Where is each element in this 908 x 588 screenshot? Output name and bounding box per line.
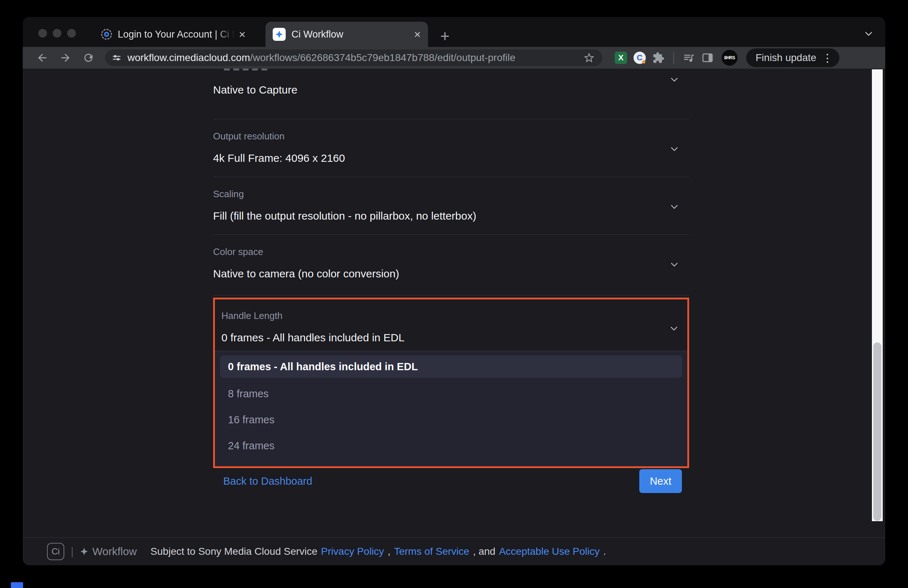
chevron-down-icon (671, 202, 678, 209)
browser-toolbar: workflow.cimediacloud.com/workflows/6626… (23, 47, 885, 69)
close-window-button[interactable] (38, 29, 47, 37)
profile-avatar[interactable]: 8HRS (722, 50, 737, 66)
highlight-box: Handle Length 0 frames - All handles inc… (213, 298, 689, 468)
tab-title: Login to Your Account | Ci Me (118, 29, 237, 40)
chevron-down-icon (670, 324, 678, 331)
clipped-field-label (224, 69, 267, 71)
tab-title: Ci Workflow (291, 29, 412, 40)
desktop-background: Login to Your Account | Ci Me × Ci Workf… (0, 0, 908, 588)
brand-label: Workflow (92, 545, 137, 557)
ci-login-favicon-icon (101, 29, 112, 40)
tab-search-button[interactable] (861, 26, 876, 41)
field-output-resolution[interactable]: Output resolution 4k Full Frame: 4096 x … (213, 119, 689, 177)
dropdown-option-24-frames[interactable]: 24 frames (220, 433, 682, 459)
sparkle-icon (79, 547, 89, 556)
field-handle-length[interactable]: Handle Length 0 frames - All handles inc… (215, 300, 687, 351)
forward-button[interactable] (55, 48, 76, 67)
tab-strip: Login to Your Account | Ci Me × Ci Workf… (23, 17, 885, 47)
footer-divider: | (71, 545, 74, 557)
handle-length-dropdown: 0 frames - All handles included in EDL 8… (215, 351, 687, 466)
ci-extension-icon[interactable]: C (634, 52, 646, 64)
workflow-brand: Workflow (79, 545, 137, 557)
scrollbar-track[interactable] (872, 69, 883, 521)
extensions-puzzle-icon[interactable] (652, 52, 665, 64)
kebab-menu-icon[interactable]: ⋮ (822, 52, 833, 64)
back-button[interactable] (32, 48, 52, 67)
field-value: 0 frames - All handles included in EDL (221, 332, 687, 344)
field-label: Handle Length (221, 310, 687, 321)
page-content: Native to Capture Output resolution 4k F… (23, 69, 885, 537)
bookmark-star-icon[interactable] (583, 52, 595, 64)
maximize-window-button[interactable] (67, 29, 76, 37)
tab-close-icon[interactable]: × (412, 29, 422, 40)
scrollbar-thumb[interactable] (873, 342, 881, 521)
traffic-lights (38, 29, 76, 37)
chevron-down-icon (671, 144, 678, 151)
ci-logo: Ci (47, 543, 64, 560)
background-window-fragment (11, 582, 23, 588)
minimize-window-button[interactable] (53, 29, 61, 37)
field-value: Fill (fill the output resolution - no pi… (213, 210, 689, 222)
media-controls-icon[interactable] (683, 52, 695, 64)
form-actions: Back to Dashboard Next (213, 468, 689, 494)
chevron-down-icon (865, 29, 872, 36)
back-to-dashboard-link[interactable]: Back to Dashboard (223, 475, 312, 487)
page-footer: Ci | Workflow Subject to Sony Media Clou… (23, 537, 885, 565)
url-text[interactable]: workflow.cimediacloud.com/workflows/6626… (127, 52, 583, 64)
field-color-space[interactable]: Color space Native to camera (no color c… (213, 235, 689, 295)
finish-update-label: Finish update (755, 52, 816, 64)
site-settings-icon[interactable] (111, 52, 122, 64)
field-label: Scaling (213, 188, 689, 200)
output-profile-form: Native to Capture Output resolution 4k F… (213, 69, 689, 494)
field-output-proportions[interactable]: Native to Capture (213, 69, 689, 119)
field-scaling[interactable]: Scaling Fill (fill the output resolution… (213, 177, 689, 235)
terms-of-service-link[interactable]: Terms of Service (394, 546, 470, 557)
tab-login[interactable]: Login to Your Account | Ci Me × (94, 22, 253, 47)
dropdown-option-0-frames[interactable]: 0 frames - All handles included in EDL (220, 355, 682, 378)
extension-icons: X C 8HRS (615, 50, 737, 66)
tab-ci-workflow[interactable]: Ci Workflow × (266, 22, 428, 47)
toolbar-divider (673, 52, 674, 64)
footer-legal-text: Subject to Sony Media Cloud Service Priv… (151, 546, 606, 557)
new-tab-button[interactable]: + (437, 25, 453, 47)
field-label: Output resolution (213, 131, 689, 142)
acceptable-use-policy-link[interactable]: Acceptable Use Policy (499, 546, 600, 557)
chevron-down-icon (671, 260, 678, 267)
tab-close-icon[interactable]: × (237, 29, 247, 40)
field-value: Native to camera (no color conversion) (213, 267, 689, 280)
dropdown-option-16-frames[interactable]: 16 frames (220, 407, 682, 433)
ci-workflow-favicon-icon (273, 28, 286, 41)
excel-extension-icon[interactable]: X (615, 52, 627, 64)
browser-window: Login to Your Account | Ci Me × Ci Workf… (23, 17, 885, 565)
dropdown-option-8-frames[interactable]: 8 frames (220, 381, 682, 407)
finish-update-button[interactable]: Finish update ⋮ (746, 48, 839, 67)
reload-button[interactable] (78, 48, 98, 67)
address-bar[interactable]: workflow.cimediacloud.com/workflows/6626… (105, 50, 602, 66)
field-value: Native to Capture (213, 84, 297, 96)
next-button[interactable]: Next (639, 469, 682, 493)
chevron-down-icon (671, 75, 678, 82)
legal-notice: Subject to Sony Media Cloud Service (151, 546, 317, 557)
field-label: Color space (213, 246, 689, 258)
field-value: 4k Full Frame: 4096 x 2160 (213, 152, 689, 164)
privacy-policy-link[interactable]: Privacy Policy (321, 546, 384, 557)
side-panel-icon[interactable] (701, 52, 714, 64)
